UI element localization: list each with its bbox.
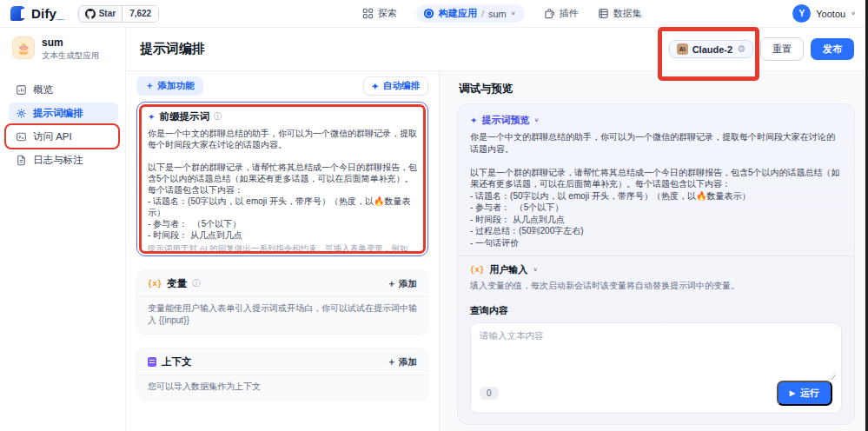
app-name: sum [42, 36, 100, 49]
overview-icon [16, 84, 27, 96]
add-feature-button[interactable]: ＋ 添加功能 [136, 76, 203, 96]
user-menu[interactable]: Y Yootou ∨ [792, 4, 856, 23]
main-area: 提示词编排 A\ Claude-2 ⚙ 重置 发布 [126, 28, 868, 431]
sidebar-item-overview[interactable]: 概览 [9, 79, 118, 100]
divider [137, 296, 427, 297]
github-star-widget[interactable]: Star 7,622 [78, 5, 159, 23]
chevron-down-icon: ∨ [511, 10, 516, 17]
prompt-helper-text: 提示词用于对 AI 的回复做出一系列指令和约束。可插入表单变量，例如 {{inp… [148, 243, 417, 256]
prompt-preview-toggle[interactable]: ✦ 提示词预览 ∨ [470, 113, 842, 127]
sparkle-icon: ✦ [372, 82, 379, 91]
divider [458, 255, 854, 256]
add-context-button[interactable]: ＋ 添加 [388, 356, 417, 368]
add-variable-button[interactable]: ＋ 添加 [388, 278, 417, 290]
model-selector-wrap: A\ Claude-2 ⚙ [669, 40, 753, 58]
chevron-down-icon: ∨ [533, 117, 539, 123]
nav-explore-label: 探索 [378, 7, 397, 20]
nav-plugins-label: 插件 [560, 7, 579, 20]
user-input-label: 用户输入 [489, 263, 527, 276]
sidebar-item-access-api[interactable]: 访问 API [9, 126, 118, 147]
main-header: 提示词编排 A\ Claude-2 ⚙ 重置 发布 [126, 28, 868, 71]
github-star-button[interactable]: Star [79, 9, 122, 19]
context-doc-icon [148, 357, 156, 367]
info-icon: ⓘ [214, 111, 222, 123]
resize-handle[interactable] [828, 372, 836, 380]
app-type: 文本生成型应用 [42, 50, 100, 62]
star-count: 7,622 [122, 6, 158, 22]
chevron-down-icon: ∨ [533, 267, 538, 273]
query-box: 0 ▶ 运行 [470, 322, 842, 414]
cube-icon [423, 8, 434, 19]
github-icon [85, 9, 96, 19]
dify-logo[interactable]: Dify_ [10, 6, 64, 21]
user-input-description: 填入变量的值，每次启动新会话时该变量将自动替换提示词中的变量。 [470, 280, 842, 292]
user-input-toggle[interactable]: {x} 用户输入 ∨ [470, 263, 842, 276]
prefix-prompt-card[interactable]: ✦ 前缀提示词 ⓘ 你是一个中文的群聊总结的助手，你可以为一个微信的群聊记录，提… [136, 102, 428, 256]
context-description: 您可以导入数据集作为上下文 [148, 381, 417, 393]
prompt-editor-column: ＋ 添加功能 ✦ 自动编排 ✦ 前缀提示词 ⓘ [126, 71, 439, 431]
model-settings-icon[interactable]: ⚙ [737, 44, 745, 54]
variables-header: {x} 变量 ⓘ ＋ 添加 [148, 276, 417, 291]
prompt-preview-label: 提示词预览 [481, 114, 529, 127]
prompt-preview-text: 你是一个中文的群聊总结的助手，你可以为一个微信的群聊记录，提取每个时间段大家在讨… [470, 131, 842, 249]
content-columns: ＋ 添加功能 ✦ 自动编排 ✦ 前缀提示词 ⓘ [126, 71, 868, 431]
dify-logo-icon [10, 6, 25, 21]
model-name: Claude-2 [692, 44, 732, 55]
model-selector[interactable]: A\ Claude-2 ⚙ [669, 40, 753, 58]
reset-button[interactable]: 重置 [760, 37, 804, 61]
run-button[interactable]: ▶ 运行 [777, 381, 832, 406]
variables-title: 变量 [167, 277, 187, 290]
gear-icon [16, 108, 27, 119]
main-nav: 探索 构建应用 / sum ∨ 插件 数据集 [310, 4, 642, 23]
plus-icon: ＋ [145, 80, 155, 92]
breadcrumb-separator: / [481, 9, 484, 19]
variables-description: 变量能使用户输入表单引入提示词或开场白，你可以试试在提示词中输入 {{input… [148, 302, 417, 327]
add-feature-label: 添加功能 [158, 80, 195, 92]
nav-datasets[interactable]: 数据集 [598, 7, 642, 20]
dify-logo-text: Dify_ [31, 6, 64, 21]
divider [137, 375, 427, 375]
sidebar-item-prompt-orchestration[interactable]: 提示词编排 [9, 103, 118, 123]
nav-build-label: 构建应用 [439, 7, 477, 20]
debug-preview-column: 调试与预览 ✦ 提示词预览 ∨ 你是一个中文的群聊总结的助手，你可以为一个微信的… [439, 71, 868, 431]
header-actions: A\ Claude-2 ⚙ 重置 发布 [669, 37, 854, 61]
api-terminal-icon [16, 131, 27, 143]
variables-section: {x} 变量 ⓘ ＋ 添加 变量能使用户输入表单引入提示词或开场白，你可以试试在… [136, 269, 428, 335]
prompt-body-text[interactable]: 你是一个中文的群聊总结的助手，你可以为一个微信的群聊记录，提取每个时间段大家在讨… [148, 128, 417, 241]
prefix-prompt-title: 前缀提示词 [159, 110, 209, 123]
sidebar-item-label: 访问 API [33, 130, 72, 143]
auto-orchestrate-button[interactable]: ✦ 自动编排 [363, 76, 428, 96]
nav-build-apps[interactable]: 构建应用 / sum ∨ [416, 4, 525, 23]
info-icon: ⓘ [192, 278, 201, 289]
debug-card: ✦ 提示词预览 ∨ 你是一个中文的群聊总结的助手，你可以为一个微信的群聊记录，提… [457, 103, 855, 425]
run-label: 运行 [800, 387, 819, 400]
sparkle-icon: ✦ [148, 112, 155, 122]
sidebar-item-label: 提示词编排 [33, 107, 83, 120]
variable-icon: {x} [470, 266, 484, 275]
app-window: Dify_ Star 7,622 探索 构建应用 / sum ∨ [0, 0, 868, 431]
nav-explore[interactable]: 探索 [362, 7, 397, 20]
app-shell: 🎂 sum 文本生成型应用 概览 提示词编排 访问 AP [0, 28, 868, 431]
topbar: Dify_ Star 7,622 探索 构建应用 / sum ∨ [0, 0, 868, 28]
chevron-down-icon: ∨ [851, 10, 856, 17]
variable-icon: {x} [148, 280, 162, 288]
query-footer: 0 ▶ 运行 [480, 381, 832, 406]
puzzle-icon [544, 8, 555, 19]
play-icon: ▶ [790, 390, 795, 397]
query-label: 查询内容 [470, 304, 842, 317]
context-section: 上下文 ＋ 添加 您可以导入数据集作为上下文 [136, 348, 428, 401]
avatar: Y [792, 4, 811, 23]
publish-button[interactable]: 发布 [811, 38, 854, 60]
database-icon [598, 8, 609, 19]
editor-toolbar: ＋ 添加功能 ✦ 自动编排 [136, 76, 428, 96]
app-icon: 🎂 [12, 36, 35, 59]
char-count-badge: 0 [480, 387, 499, 400]
query-input[interactable] [480, 330, 832, 372]
anthropic-icon: A\ [677, 43, 688, 55]
context-title: 上下文 [162, 355, 192, 368]
sidebar-menu: 概览 提示词编排 访问 API 日志与标注 [9, 79, 118, 170]
prompt-title-row: ✦ 前缀提示词 ⓘ [148, 109, 417, 123]
nav-plugins[interactable]: 插件 [544, 7, 579, 20]
sidebar-item-logs[interactable]: 日志与标注 [9, 149, 118, 170]
app-info: 🎂 sum 文本生成型应用 [9, 36, 118, 62]
